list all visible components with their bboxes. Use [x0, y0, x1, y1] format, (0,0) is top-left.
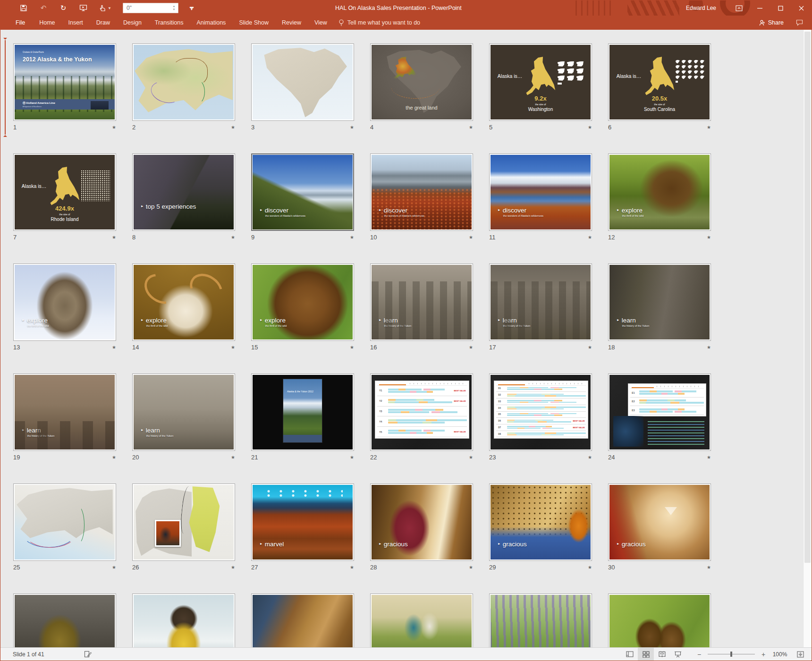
tab-animations[interactable]: Animations [190, 16, 233, 30]
slide-thumbnail-13[interactable]: ►explorethe thrill of the wild [13, 263, 116, 341]
animation-star-icon[interactable]: ★ [231, 235, 235, 240]
animation-star-icon[interactable]: ★ [469, 455, 473, 460]
animation-star-icon[interactable]: ★ [588, 345, 592, 350]
slide-thumbnail-26[interactable] [132, 483, 235, 561]
slide-thumbnail-9[interactable]: ►discoverthe wonders of Alaska's wildern… [251, 153, 354, 231]
maximize-button[interactable] [770, 0, 791, 16]
slide-thumbnail-33[interactable] [251, 593, 354, 647]
animation-star-icon[interactable]: ★ [112, 345, 116, 350]
animation-star-icon[interactable]: ★ [112, 455, 116, 460]
slide-thumbnail-32[interactable] [132, 593, 235, 647]
animation-star-icon[interactable]: ★ [112, 125, 116, 130]
animation-star-icon[interactable]: ★ [350, 565, 354, 570]
slide-thumbnail-10[interactable]: ►discoverthe wonders of Alaska's wildern… [370, 153, 473, 231]
animation-star-icon[interactable]: ★ [231, 565, 235, 570]
save-icon[interactable] [19, 4, 28, 12]
slide-thumbnail-6[interactable]: Alaska is…20.5xthe size ofSouth Carolina [608, 43, 711, 121]
slide-thumbnail-2[interactable] [132, 43, 235, 121]
slide-thumbnail-3[interactable] [251, 43, 354, 121]
signed-in-user[interactable]: Edward Lee [686, 5, 716, 11]
slide-thumbnail-11[interactable]: ►discoverthe wonders of Alaska's wildern… [489, 153, 592, 231]
spinner-arrows-icon[interactable]: ▲▼ [171, 4, 177, 12]
tab-design[interactable]: Design [117, 16, 148, 30]
animation-star-icon[interactable]: ★ [112, 565, 116, 570]
animation-star-icon[interactable]: ★ [350, 235, 354, 240]
tab-slide-show[interactable]: Slide Show [232, 16, 275, 30]
slide-thumbnail-31[interactable] [13, 593, 116, 647]
zoom-slider[interactable] [708, 654, 755, 654]
comments-icon[interactable] [796, 19, 803, 26]
slide-thumbnail-14[interactable]: ►explorethe thrill of the wild [132, 263, 235, 341]
slide-thumbnail-4[interactable]: the great land [370, 43, 473, 121]
animation-star-icon[interactable]: ★ [707, 235, 711, 240]
slide-thumbnail-12[interactable]: ►explorethe thrill of the wild [608, 153, 711, 231]
animation-star-icon[interactable]: ★ [469, 125, 473, 130]
slide-thumbnail-16[interactable]: ►learnthe history of the Yukon [370, 263, 473, 341]
animation-star-icon[interactable]: ★ [231, 345, 235, 350]
tell-me-box[interactable]: Tell me what you want to do [338, 19, 420, 26]
animation-star-icon[interactable]: ★ [350, 345, 354, 350]
animation-star-icon[interactable]: ★ [707, 455, 711, 460]
slide-thumbnail-24[interactable]: E1E2E3 [608, 373, 711, 451]
close-button[interactable] [791, 0, 812, 16]
slide-thumbnail-18[interactable]: ►learnthe history of the Yukon [608, 263, 711, 341]
zoom-slider-thumb[interactable] [730, 652, 732, 657]
slide-thumbnail-30[interactable]: ►gracious [608, 483, 711, 561]
normal-view-button[interactable] [622, 648, 638, 661]
start-from-beginning-icon[interactable] [79, 4, 87, 12]
tab-insert[interactable]: Insert [62, 16, 90, 30]
slide-thumbnail-27[interactable]: ►marvel [251, 483, 354, 561]
touch-mouse-mode-control[interactable]: ▼ [99, 4, 111, 12]
zoom-in-button[interactable]: + [758, 651, 769, 658]
animation-star-icon[interactable]: ★ [469, 345, 473, 350]
animation-star-icon[interactable]: ★ [112, 235, 116, 240]
reading-view-button[interactable] [654, 648, 670, 661]
slide-thumbnail-34[interactable] [370, 593, 473, 647]
share-button[interactable]: Share [759, 19, 784, 26]
animation-star-icon[interactable]: ★ [231, 455, 235, 460]
fit-slide-to-window-button[interactable] [791, 648, 810, 661]
customize-qat-icon[interactable]: ▬▼ [190, 6, 194, 10]
animation-star-icon[interactable]: ★ [707, 345, 711, 350]
tab-view[interactable]: View [308, 16, 334, 30]
minimize-button[interactable] [749, 0, 770, 16]
slide-thumbnail-1[interactable]: Cruises & CruiseTours2012 Alaska & the Y… [13, 43, 116, 121]
tab-home[interactable]: Home [33, 16, 61, 30]
undo-icon[interactable]: ↶ [39, 4, 48, 12]
slide-thumbnail-19[interactable]: ►learnthe history of the Yukon [13, 373, 116, 451]
tab-file[interactable]: File [8, 16, 33, 30]
ribbon-display-options-icon[interactable] [728, 0, 749, 16]
animation-star-icon[interactable]: ★ [707, 125, 711, 130]
vertical-scrollbar[interactable] [803, 30, 812, 647]
animation-star-icon[interactable]: ★ [350, 125, 354, 130]
animation-star-icon[interactable]: ★ [588, 455, 592, 460]
animation-star-icon[interactable]: ★ [469, 235, 473, 240]
slide-thumbnail-22[interactable]: Y1BEST VALUEY2BEST VALUEY3Y4Y5BEST VALUE [370, 373, 473, 451]
animation-star-icon[interactable]: ★ [707, 565, 711, 570]
slide-thumbnail-36[interactable] [608, 593, 711, 647]
slide-thumbnail-23[interactable]: D1D2D3D4D5D6BEST VALUED7BEST VALUED8 [489, 373, 592, 451]
animation-star-icon[interactable]: ★ [350, 455, 354, 460]
slide-show-button[interactable] [670, 648, 686, 661]
tab-draw[interactable]: Draw [90, 16, 117, 30]
animation-star-icon[interactable]: ★ [588, 125, 592, 130]
slide-thumbnail-29[interactable]: ►gracious [489, 483, 592, 561]
redo-icon[interactable]: ↻ [59, 4, 68, 12]
slide-thumbnail-35[interactable] [489, 593, 592, 647]
animation-star-icon[interactable]: ★ [588, 565, 592, 570]
slide-thumbnail-15[interactable]: ►explorethe thrill of the wild [251, 263, 354, 341]
slide-count-label[interactable]: Slide 1 of 41 [13, 651, 44, 658]
slide-thumbnail-8[interactable]: ►top 5 experiences [132, 153, 235, 231]
slide-thumbnail-20[interactable]: ►learnthe history of the Yukon [132, 373, 235, 451]
slide-sorter-view-button[interactable] [638, 648, 654, 661]
slide-thumbnail-25[interactable] [13, 483, 116, 561]
notes-button[interactable] [84, 651, 92, 658]
slide-thumbnail-17[interactable]: ►learnthe history of the Yukon [489, 263, 592, 341]
slide-thumbnail-7[interactable]: Alaska is…424.9xthe size ofRhode Island [13, 153, 116, 231]
animation-star-icon[interactable]: ★ [469, 565, 473, 570]
zoom-percentage[interactable]: 100% [769, 651, 791, 658]
zoom-out-button[interactable]: − [694, 651, 705, 658]
slide-thumbnail-5[interactable]: Alaska is…9.2xthe size ofWashington [489, 43, 592, 121]
slide-thumbnail-28[interactable]: ►gracious [370, 483, 473, 561]
animation-star-icon[interactable]: ★ [588, 235, 592, 240]
